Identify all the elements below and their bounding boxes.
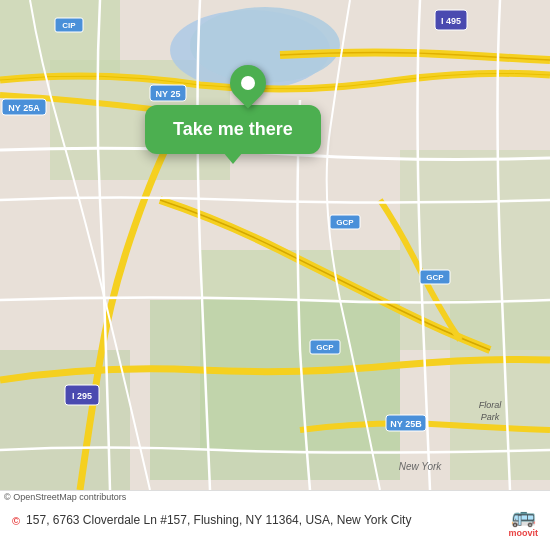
svg-text:GCP: GCP bbox=[336, 218, 354, 227]
osm-logo: © bbox=[12, 515, 20, 527]
svg-text:I 495: I 495 bbox=[441, 16, 461, 26]
svg-text:I 295: I 295 bbox=[72, 391, 92, 401]
svg-text:New York: New York bbox=[399, 461, 443, 472]
popup-text: Take me there bbox=[173, 119, 293, 139]
address-text: 157, 6763 Cloverdale Ln #157, Flushing, … bbox=[26, 513, 508, 529]
svg-text:NY 25B: NY 25B bbox=[390, 419, 422, 429]
svg-text:GCP: GCP bbox=[316, 343, 334, 352]
osm-text: © OpenStreetMap contributors bbox=[4, 492, 126, 502]
location-pin bbox=[230, 65, 266, 101]
svg-text:NY 25: NY 25 bbox=[156, 89, 181, 99]
moovit-icon: 🚌 bbox=[511, 504, 536, 528]
map-container: NY 25A NY 25 I 495 I 295 GCP GCP GCP CIP… bbox=[0, 0, 550, 490]
svg-rect-7 bbox=[450, 300, 550, 480]
osm-attribution: © OpenStreetMap contributors bbox=[4, 492, 126, 502]
moovit-label: moovit bbox=[508, 528, 538, 538]
svg-text:Floral: Floral bbox=[479, 400, 503, 410]
map-popup[interactable]: Take me there bbox=[145, 105, 321, 154]
moovit-logo: 🚌 moovit bbox=[508, 504, 538, 538]
svg-text:CIP: CIP bbox=[62, 21, 76, 30]
pin-inner bbox=[241, 76, 255, 90]
svg-text:NY 25A: NY 25A bbox=[8, 103, 40, 113]
svg-text:Park: Park bbox=[481, 412, 500, 422]
svg-text:GCP: GCP bbox=[426, 273, 444, 282]
pin-shape bbox=[223, 58, 274, 109]
